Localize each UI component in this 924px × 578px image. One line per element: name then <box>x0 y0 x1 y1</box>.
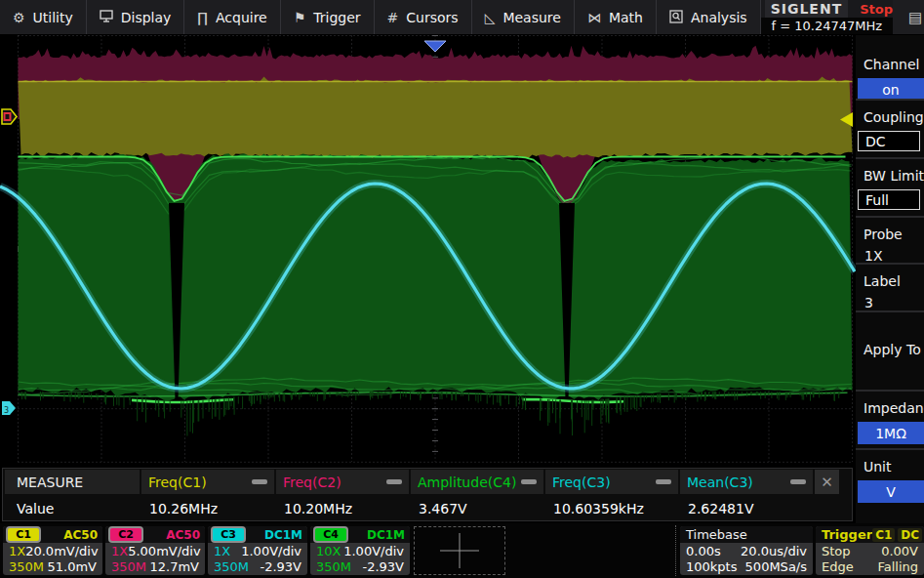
c2-offset: 12.7mV <box>149 559 199 574</box>
sidebar-section-impedance: Impedance 1MΩ <box>856 390 924 448</box>
coupling-dc-button[interactable]: DC <box>858 131 920 151</box>
sidebar-section-applyto: Apply To <box>856 310 924 390</box>
remove-measure-icon[interactable] <box>386 479 402 484</box>
measure-value-amplitude-c4: 3.467V <box>411 496 543 520</box>
c3-probe: 1X <box>214 544 230 558</box>
c2-badge: C2 <box>110 528 141 541</box>
channel-descriptor-c3[interactable]: C3 DC1M 1X1.00V/div 350M-2.93V <box>208 526 307 575</box>
add-channel-slot[interactable] <box>414 526 505 575</box>
bwlimit-full-button[interactable]: Full <box>858 189 920 210</box>
menu-measure[interactable]: ◺ Measure <box>472 0 575 34</box>
sidebar-section-probe: Probe 1X <box>856 216 924 263</box>
menu-analysis[interactable]: Analysis <box>657 0 760 34</box>
label-value-button[interactable]: 3 <box>864 295 924 310</box>
measure-col-freq-c2-label: Freq(C2) <box>283 475 341 490</box>
trigger-level: 0.00V <box>881 544 918 558</box>
display-icon <box>100 10 113 24</box>
bottom-status-bar: C1 AC50 1X20.0mV/div 350M51.0mV C2 AC50 … <box>0 523 924 578</box>
trigger-source-badge: C1 <box>872 528 895 542</box>
menu-list-icon[interactable]: ▤ <box>908 9 922 26</box>
timebase-samplerate: 500MSa/s <box>745 559 807 574</box>
measure-col-mean-c3-label: Mean(C3) <box>687 475 753 490</box>
c4-offset: -2.93V <box>362 559 404 574</box>
menu-cursors[interactable]: # Cursors <box>375 0 472 34</box>
waveform-display-area[interactable]: 3 <box>0 35 856 467</box>
remove-measure-icon[interactable] <box>790 479 806 484</box>
unit-v-button[interactable]: V <box>858 480 924 503</box>
channel-descriptor-c1[interactable]: C1 AC50 1X20.0mV/div 350M51.0mV <box>3 526 102 575</box>
measure-col-freq-c2[interactable]: Freq(C2) <box>276 470 409 494</box>
c2-coupling: AC50 <box>166 528 200 542</box>
channel-descriptor-c2[interactable]: C2 AC50 1X5.00mV/div 350M12.7mV <box>105 526 205 575</box>
trigger-type: Edge <box>822 559 854 574</box>
menu-cursors-label: Cursors <box>406 10 458 25</box>
trigger-status: Stop <box>822 544 851 558</box>
menu-trigger[interactable]: ⚑ Trigger <box>281 0 375 34</box>
c4-probe: 10X <box>316 544 341 558</box>
sidebar-section-channel: Channel on <box>856 35 924 99</box>
c3-bandwidth: 350M <box>214 559 249 574</box>
remove-measure-icon[interactable] <box>252 479 267 484</box>
c2-probe: 1X <box>111 544 128 558</box>
cursors-icon: # <box>387 11 399 24</box>
measure-col-amplitude-c4-label: Amplitude(C4) <box>418 475 516 490</box>
timebase-title: Timebase <box>686 527 747 542</box>
c1-scale: 20.0mV/div <box>25 544 98 558</box>
measure-col-freq-c1-label: Freq(C1) <box>148 475 207 490</box>
menu-analysis-label: Analysis <box>691 10 747 25</box>
measure-col-freq-c1[interactable]: Freq(C1) <box>141 470 274 494</box>
unit-label: Unit <box>864 459 924 475</box>
trigger-flag-icon: ⚑ <box>294 11 306 24</box>
c4-coupling: DC1M <box>367 528 405 542</box>
measure-col-freq-c3-label: Freq(C3) <box>552 475 611 490</box>
timebase-descriptor[interactable]: Timebase 0.00s20.0us/div 100kpts500MSa/s <box>680 526 813 575</box>
c1-badge: C1 <box>8 528 39 541</box>
remove-measure-icon[interactable] <box>521 479 537 484</box>
close-measure-panel-icon[interactable]: ✕ <box>815 470 839 494</box>
remove-measure-icon[interactable] <box>656 479 671 484</box>
measure-value-freq-c1: 10.26MHz <box>141 496 274 520</box>
menu-math[interactable]: ⋈ Math <box>575 0 657 34</box>
channel-on-button[interactable]: on <box>858 78 924 99</box>
svg-text:3: 3 <box>4 406 9 415</box>
probe-value-button[interactable]: 1X <box>864 248 924 263</box>
measure-ruler-icon: ◺ <box>485 11 496 24</box>
impedance-1mohm-button[interactable]: 1MΩ <box>858 422 924 444</box>
crosshair-icon <box>430 531 489 570</box>
gear-icon: ⚙ <box>13 11 25 24</box>
siglent-logo: SIGLENT <box>765 0 849 18</box>
menu-display-label: Display <box>121 10 172 25</box>
trigger-descriptor[interactable]: Trigger C1 DC Stop0.00V EdgeFalling <box>816 526 924 575</box>
c3-scale: 1.00V/div <box>241 544 301 558</box>
impedance-label: Impedance <box>864 400 924 416</box>
trigger-title: Trigger <box>822 527 872 542</box>
c1-offset: 51.0mV <box>47 559 97 574</box>
c1-c2-offset-marker[interactable] <box>2 109 17 124</box>
timebase-scale: 20.0us/div <box>741 544 807 558</box>
sidebar-section-label: Label 3 <box>856 263 924 310</box>
trigger-position-marker[interactable] <box>424 41 446 52</box>
c3-offset-marker[interactable]: 3 <box>2 401 16 415</box>
sidebar-section-bwlimit: BW Limit Full <box>856 157 924 216</box>
channel-descriptor-c4[interactable]: C4 DC1M 10X1.00V/div 350M-2.93V <box>310 526 410 575</box>
analysis-magnifier-icon <box>669 10 683 25</box>
apply-to-button[interactable]: Apply To <box>864 342 924 357</box>
menu-math-label: Math <box>609 10 643 25</box>
timebase-points: 100kpts <box>686 559 737 574</box>
acquisition-status: Stop <box>860 2 893 17</box>
oscilloscope-screen: ⚙ Utility Display ∏ Acquire ⚑ Trigger # … <box>0 0 924 578</box>
c1-coupling: AC50 <box>63 528 98 542</box>
menu-display[interactable]: Display <box>87 0 185 34</box>
measure-col-mean-c3[interactable]: Mean(C3) <box>680 470 813 494</box>
menu-measure-label: Measure <box>502 10 561 25</box>
menu-acquire[interactable]: ∏ Acquire <box>184 0 280 34</box>
math-icon: ⋈ <box>587 11 601 24</box>
measure-value-freq-c3: 10.60359kHz <box>545 496 678 520</box>
measure-value-mean-c3: 2.62481V <box>680 496 813 520</box>
menu-utility[interactable]: ⚙ Utility <box>0 0 87 34</box>
measure-col-amplitude-c4[interactable]: Amplitude(C4) <box>411 470 543 494</box>
c4-scale: 1.00V/div <box>343 544 404 558</box>
c2-bandwidth: 350M <box>111 559 146 574</box>
waveform-canvas: 3 <box>0 35 856 467</box>
measure-col-freq-c3[interactable]: Freq(C3) <box>545 470 678 494</box>
